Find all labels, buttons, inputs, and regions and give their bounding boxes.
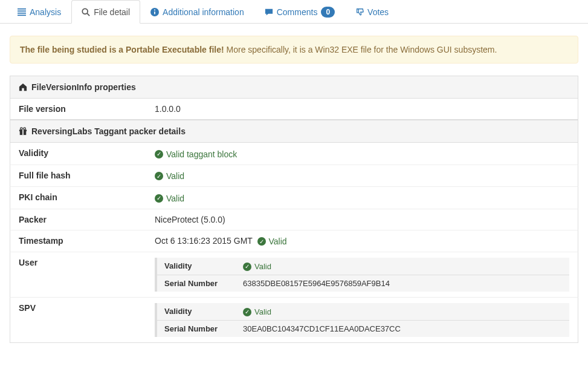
packer-value: NiceProtect (5.0.0) (155, 215, 569, 224)
spv-serial-label: Serial Number (164, 324, 243, 333)
pki-label: PKI chain (19, 192, 155, 202)
list-icon (18, 8, 26, 16)
svg-rect-3 (18, 15, 26, 16)
timestamp-label: Timestamp (19, 236, 155, 246)
alert-strong: The file being studied is a Portable Exe… (20, 45, 224, 54)
user-row: User Validity ✓Valid Serial Number 63835… (10, 252, 578, 298)
check-icon: ✓ (155, 172, 163, 180)
thumbs-down-icon (355, 8, 364, 16)
spv-validity-row: Validity ✓Valid (157, 303, 569, 321)
fileversioninfo-panel: FileVersionInfo properties File version … (10, 76, 578, 120)
gift-icon (19, 127, 27, 136)
spv-subtable: Validity ✓Valid Serial Number 30EA0BC104… (155, 303, 569, 337)
check-icon: ✓ (155, 150, 163, 158)
tab-file-detail-label: File detail (94, 7, 130, 17)
user-validity-row: Validity ✓Valid (157, 258, 569, 275)
tab-votes[interactable]: Votes (345, 0, 399, 24)
full-hash-row: Full file hash ✓Valid (10, 165, 578, 188)
spv-serial-value: 30EA0BC104347CD1CF11EAA0DACE37CC (243, 324, 562, 333)
packer-row: Packer NiceProtect (5.0.0) (10, 209, 578, 230)
file-version-value: 1.0.0.0 (155, 104, 569, 114)
full-hash-label: Full file hash (19, 171, 155, 180)
spv-row: SPV Validity ✓Valid Serial Number 30EA0B… (10, 298, 578, 343)
comments-count-badge: 0 (321, 7, 335, 18)
tab-comments-label: Comments (277, 7, 318, 17)
svg-point-13 (24, 128, 26, 130)
svg-rect-0 (18, 8, 26, 10)
svg-rect-8 (154, 10, 155, 11)
packer-label: Packer (19, 215, 155, 224)
rl-header-label: ReversingLabs Taggant packer details (31, 126, 186, 136)
svg-rect-1 (18, 10, 26, 11)
svg-point-4 (82, 8, 88, 14)
pki-value: ✓Valid (155, 194, 184, 203)
tab-analysis[interactable]: Analysis (7, 0, 71, 24)
info-icon (150, 8, 159, 16)
validity-row: Validity ✓Valid taggant block (10, 143, 578, 165)
validity-value: ✓Valid taggant block (155, 149, 237, 159)
user-serial-label: Serial Number (164, 279, 243, 288)
file-version-label: File version (19, 104, 155, 114)
user-serial-row: Serial Number 63835DBE08157E5964E9576859… (157, 275, 569, 292)
file-version-row: File version 1.0.0.0 (10, 99, 578, 120)
comment-icon (265, 8, 273, 16)
user-serial-value: 63835DBE08157E5964E9576859AF9B14 (243, 279, 562, 288)
alert-rest: More specifically, it is a Win32 EXE fil… (224, 45, 497, 54)
user-label: User (19, 258, 155, 267)
timestamp-row: Timestamp Oct 6 13:16:23 2015 GMT ✓Valid (10, 230, 578, 253)
spv-serial-row: Serial Number 30EA0BC104347CD1CF11EAA0DA… (157, 321, 569, 337)
spv-validity-label: Validity (164, 307, 243, 316)
validity-label: Validity (19, 148, 155, 158)
tab-additional-info-label: Additional information (163, 7, 244, 17)
tabs: Analysis File detail Additional informat… (0, 0, 588, 24)
check-icon: ✓ (257, 237, 266, 246)
user-validity-label: Validity (164, 261, 243, 271)
tab-file-detail[interactable]: File detail (71, 0, 140, 24)
full-hash-value: ✓Valid (155, 171, 184, 181)
spv-validity-value: ✓Valid (243, 307, 271, 316)
search-icon (82, 8, 90, 16)
svg-rect-11 (22, 129, 24, 136)
svg-rect-7 (154, 11, 155, 14)
fileversioninfo-header: FileVersionInfo properties (10, 76, 578, 99)
tab-votes-label: Votes (367, 7, 389, 17)
home-icon (19, 83, 27, 91)
spv-label: SPV (19, 303, 155, 313)
svg-point-12 (21, 128, 23, 130)
svg-rect-2 (18, 13, 26, 14)
tab-additional-info[interactable]: Additional information (140, 0, 254, 24)
file-type-alert: The file being studied is a Portable Exe… (10, 36, 578, 64)
user-subtable: Validity ✓Valid Serial Number 63835DBE08… (155, 258, 569, 292)
svg-line-5 (87, 13, 89, 16)
tab-comments[interactable]: Comments 0 (254, 0, 345, 24)
check-icon: ✓ (155, 194, 163, 203)
tab-analysis-label: Analysis (30, 7, 61, 17)
user-validity-value: ✓Valid (243, 262, 271, 271)
timestamp-value: Oct 6 13:16:23 2015 GMT ✓Valid (155, 236, 569, 247)
reversinglabs-header: ReversingLabs Taggant packer details (10, 120, 578, 143)
reversinglabs-panel: ReversingLabs Taggant packer details Val… (10, 120, 578, 343)
check-icon: ✓ (243, 263, 251, 271)
fvi-header-label: FileVersionInfo properties (31, 82, 136, 92)
check-icon: ✓ (243, 308, 251, 316)
pki-row: PKI chain ✓Valid (10, 187, 578, 209)
